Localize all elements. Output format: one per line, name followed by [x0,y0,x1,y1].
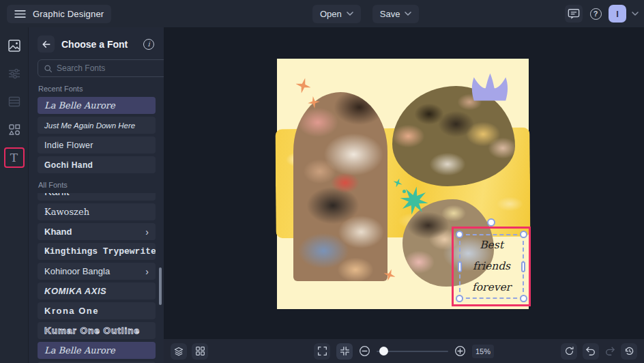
app-title: Graphic Designer [33,9,104,19]
chevron-down-icon [405,12,411,16]
panel-title: Choose a Font [61,39,128,50]
sliders-icon [8,67,21,81]
save-button[interactable]: Save [372,5,420,23]
history-button[interactable] [621,343,637,360]
tool-sidebar: T [0,27,29,363]
chevron-down-icon [347,12,353,16]
fit-to-screen-button[interactable] [336,343,353,360]
resize-handle-sw[interactable] [456,295,463,302]
account-chevron-down-icon[interactable] [632,12,639,16]
plus-circle-icon [454,345,466,357]
font-item-indie-flower[interactable]: Indie Flower [38,136,156,154]
image-icon [8,39,21,53]
layout-icon [8,95,21,108]
font-item-la-belle-aurore[interactable]: La Belle Aurore [38,97,156,114]
sidebar-item-adjustments[interactable] [4,63,25,84]
zoom-slider-knob[interactable] [379,347,388,355]
chat-bubble-icon [568,8,580,20]
redo-button[interactable] [604,347,615,356]
sidebar-item-text[interactable]: T [4,147,25,168]
resize-handle-ne[interactable] [520,231,527,238]
font-panel: Choose a Font i Recent Fonts La Belle Au… [29,27,164,363]
hamburger-icon [14,10,26,18]
fit-screen-icon [339,346,349,356]
info-icon: i [143,39,154,50]
zoom-out-button[interactable] [359,345,370,357]
orange-sparkle-icon[interactable] [294,76,313,96]
open-button[interactable]: Open [312,5,361,23]
font-item-komika-axis[interactable]: KOMIKA AXIS [38,282,156,300]
chevron-right-icon: › [145,267,149,276]
avatar[interactable]: I [609,5,626,23]
redo-icon [604,347,615,356]
design-artboard[interactable]: Best friends forever [277,59,529,309]
recent-fonts-heading: Recent Fonts [38,85,164,93]
resize-handle-e[interactable] [521,261,525,272]
font-list-scrollbar[interactable] [159,267,162,305]
save-button-label: Save [380,9,400,19]
layers-button[interactable] [171,343,187,360]
purple-tulip-icon[interactable] [470,72,509,101]
photo-arch[interactable] [293,92,387,281]
font-item-la-belle-aurore-all[interactable]: La Belle Aurore [38,342,156,359]
font-item-kingthings-trypewriter[interactable]: Kingthings Trypewriter [38,243,156,260]
rotate-handle[interactable] [487,218,495,227]
grid-icon [195,346,205,356]
feedback-button[interactable] [565,5,583,23]
font-item-gochi-hand[interactable]: Gochi Hand [38,156,156,173]
text-tool-icon: T [10,151,18,164]
zoom-slider[interactable] [377,347,448,356]
undo-button[interactable] [583,343,599,360]
expand-icon [317,346,327,356]
teal-dot-icon[interactable] [402,190,406,193]
font-item-khand[interactable]: Khand› [38,223,156,240]
font-item-kanit[interactable]: Kanit [38,193,156,201]
sidebar-item-shapes[interactable] [4,119,25,140]
expand-canvas-button[interactable] [314,343,330,360]
chevron-right-icon: › [145,227,149,237]
sidebar-item-templates[interactable] [4,91,25,112]
font-item-kawoszeh[interactable]: Kawoszeh [38,203,156,220]
back-button[interactable] [38,35,55,53]
open-button-label: Open [320,9,342,19]
search-box[interactable] [38,59,164,77]
minus-circle-icon [359,345,370,357]
pages-grid-button[interactable] [192,343,208,360]
selection-box [459,234,524,299]
resize-handle-w[interactable] [458,261,462,272]
search-icon [44,64,53,73]
help-button[interactable]: ? [587,5,604,23]
layers-icon [173,346,184,357]
back-arrow-icon [42,40,51,49]
resize-handle-nw[interactable] [456,231,463,238]
zoom-in-button[interactable] [454,345,466,357]
app-menu-chip[interactable]: Graphic Designer [7,5,111,23]
all-fonts-list: Kanit Kawoszeh Khand› Kingthings Trypewr… [29,193,164,363]
shapes-icon [8,123,21,136]
search-input[interactable] [57,63,162,73]
refresh-button[interactable] [561,343,577,360]
sidebar-item-images[interactable] [4,35,25,56]
recent-fonts-list: La Belle Aurore Just Me Again Down Here … [29,97,164,173]
font-item-just-me-again-down-here[interactable]: Just Me Again Down Here [38,117,156,134]
help-icon: ? [590,8,602,20]
all-fonts-heading: All Fonts [38,181,164,189]
zoom-percentage[interactable]: 15% [472,345,494,358]
history-clock-icon [624,346,634,356]
font-item-kohinoor-bangla[interactable]: Kohinoor Bangla› [38,263,156,280]
refresh-icon [564,346,574,356]
bottom-toolbar: 15% [164,339,644,363]
undo-icon [585,347,596,356]
top-bar: Graphic Designer Open Save ? I [0,0,644,27]
font-item-kumar-one-outline[interactable]: Kumar One Outline [38,322,156,339]
info-button[interactable]: i [143,39,154,50]
font-item-krona-one[interactable]: Krona One [38,302,156,319]
resize-handle-se[interactable] [520,295,527,302]
photo-blob-top-right[interactable] [392,86,515,186]
canvas-workspace[interactable]: Best friends forever [164,27,644,363]
